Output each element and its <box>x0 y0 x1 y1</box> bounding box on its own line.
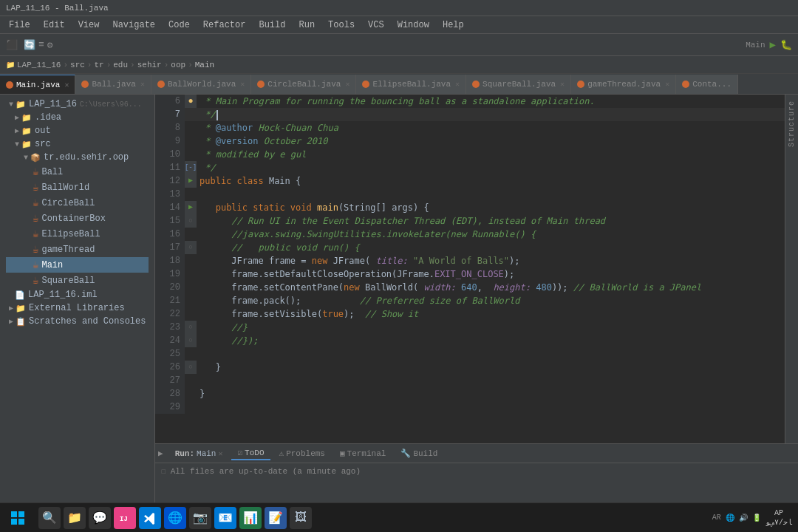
run-tab-close[interactable]: ✕ <box>218 449 222 458</box>
menu-navigate[interactable]: Navigate <box>106 18 161 32</box>
taskbar-word-icon[interactable]: 📝 <box>265 507 287 529</box>
menu-file[interactable]: File <box>3 18 36 32</box>
warn-icon-6: ● <box>188 95 193 108</box>
taskbar-chat-icon[interactable]: 💬 <box>89 507 111 529</box>
menu-run[interactable]: Run <box>293 18 321 32</box>
breakpoint-24[interactable]: ○ <box>188 334 192 347</box>
sidebar-item-squareball[interactable]: ☕ SquareBall <box>6 273 149 288</box>
sidebar-item-ballworld[interactable]: ☕ BallWorld <box>6 180 149 195</box>
taskbar-edge-icon[interactable]: 🌐 <box>164 507 186 529</box>
sidebar-item-circleball[interactable]: ☕ CircleBall <box>6 195 149 211</box>
breakpoint-17[interactable]: ○ <box>188 241 192 254</box>
line-num-19: 19 <box>155 267 185 281</box>
circleball-label: CircleBall <box>41 198 95 208</box>
breadcrumb-edu[interactable]: edu <box>113 61 128 69</box>
tab-gamethread-java[interactable]: gameThread.java ✕ <box>571 75 676 94</box>
tab-close-main[interactable]: ✕ <box>64 81 69 89</box>
menu-build[interactable]: Build <box>253 18 291 32</box>
table-row: 10 * modified by e gul <box>155 148 785 161</box>
tab-main-java[interactable]: Main.java ✕ <box>0 75 75 94</box>
breadcrumb-src[interactable]: src <box>70 61 85 69</box>
tab-close-squareball[interactable]: ✕ <box>560 80 565 89</box>
sidebar-item-main[interactable]: ☕ Main <box>6 257 149 273</box>
sidebar-item-containerbox[interactable]: ☕ ContainerBox <box>6 211 149 226</box>
tab-close-ball[interactable]: ✕ <box>140 80 145 89</box>
tab-problems[interactable]: ⚠ Problems <box>273 447 331 460</box>
table-row: 9 * @version October 2010 <box>155 134 785 148</box>
tab-close-ellipseball[interactable]: ✕ <box>455 80 460 89</box>
package-expand-icon: ▼ <box>24 154 28 162</box>
taskbar-excel-icon[interactable]: 📊 <box>239 507 262 529</box>
toolbar-list-icon[interactable]: ≡ <box>38 39 44 50</box>
taskbar-search-icon[interactable]: 🔍 <box>38 507 61 529</box>
toolbar-settings-icon[interactable]: ⚙ <box>47 39 53 51</box>
tab-conta-java[interactable]: Conta... <box>676 75 738 94</box>
sidebar-item-ball[interactable]: ☕ Ball <box>6 164 149 180</box>
breadcrumb-oop[interactable]: oop <box>171 61 185 69</box>
toolbar-project-icon[interactable]: ⬛ <box>6 39 18 51</box>
toolbar-debug-icon[interactable]: 🐛 <box>780 39 792 51</box>
tab-ellipseball-java[interactable]: EllipseBall.java ✕ <box>356 75 466 94</box>
tab-close-circleball[interactable]: ✕ <box>345 80 349 89</box>
tab-ballworld-java[interactable]: BallWorld.java ✕ <box>151 75 251 94</box>
gamethread-java-icon: ☕ <box>33 243 38 256</box>
menu-edit[interactable]: Edit <box>38 18 71 32</box>
tab-terminal[interactable]: ▣ Terminal <box>334 447 392 460</box>
windows-start-button[interactable] <box>6 506 30 530</box>
table-row: 12 ▶ public class Main { <box>155 174 785 188</box>
tab-circleball-java[interactable]: CircleBall.java ✕ <box>251 75 356 94</box>
run-icon-12[interactable]: ▶ <box>188 174 193 188</box>
ball-label: Ball <box>41 167 63 177</box>
sidebar-item-src[interactable]: ▼ 📁 src <box>6 137 149 151</box>
table-row: 8 * @author Hock-Chuan Chua <box>155 121 785 134</box>
sidebar-item-scratches[interactable]: ▶ 📋 Scratches and Consoles <box>6 315 149 328</box>
fold-icon-11[interactable]: [-] <box>185 161 197 174</box>
taskbar-mail-icon[interactable]: 📧 <box>214 507 236 529</box>
table-row: 13 <box>155 188 785 201</box>
breakpoint-15[interactable]: ○ <box>188 214 192 228</box>
taskbar-photos-icon[interactable]: 🖼 <box>290 507 312 529</box>
breadcrumb-project[interactable]: LAP_11_16 <box>17 61 61 69</box>
taskbar-explorer-icon[interactable]: 📁 <box>64 507 86 529</box>
tab-close-ballworld[interactable]: ✕ <box>240 80 245 89</box>
taskbar-vscode-icon[interactable] <box>139 507 161 529</box>
project-root[interactable]: ▼ 📁 LAP_11_16 C:\Users\96... <box>6 98 149 111</box>
menu-tools[interactable]: Tools <box>322 18 361 32</box>
tab-squareball-java[interactable]: SquareBall.java ✕ <box>466 75 571 94</box>
toolbar-sync-icon[interactable]: 🔄 <box>24 39 35 51</box>
line-num-10: 10 <box>155 148 185 161</box>
menu-refactor[interactable]: Refactor <box>197 18 252 32</box>
tab-close-gamethread[interactable]: ✕ <box>665 80 669 89</box>
menu-vcs[interactable]: VCS <box>362 18 390 32</box>
breadcrumb-tr[interactable]: tr <box>94 61 103 69</box>
sidebar-item-extlibs[interactable]: ▶ 📁 External Libraries <box>6 301 149 315</box>
menu-view[interactable]: View <box>72 18 106 32</box>
sidebar-item-gamethread[interactable]: ☕ gameThread <box>6 242 149 257</box>
tab-icon-conta <box>682 81 689 88</box>
run-icon-14[interactable]: ▶ <box>188 201 193 214</box>
sidebar-item-iml[interactable]: 📄 LAP_11_16.iml <box>6 288 149 301</box>
code-editor[interactable]: 6 ● * Main Program for running the bounc… <box>155 95 798 502</box>
tab-ball-java[interactable]: Ball.java ✕ <box>75 75 151 94</box>
breakpoint-23[interactable]: ○ <box>188 321 192 334</box>
sidebar-item-idea[interactable]: ▶ 📁 .idea <box>6 111 149 124</box>
breadcrumb-main[interactable]: Main <box>195 61 214 69</box>
tab-todo[interactable]: ☑ ToDO <box>231 446 270 460</box>
taskbar-camera-icon[interactable]: 📷 <box>189 507 211 529</box>
ball-java-icon: ☕ <box>33 166 38 178</box>
taskbar: 🔍 📁 💬 IJ 🌐 📷 📧 📊 📝 🖼 AR 🌐 🔊 🔋 AP ﺎﺣ/٧ﻲﻮ <box>0 502 798 532</box>
menu-help[interactable]: Help <box>437 18 470 32</box>
breakpoint-26[interactable]: ○ <box>188 361 192 374</box>
sidebar-item-ellipseball[interactable]: ☕ EllipseBall <box>6 226 149 242</box>
svg-rect-2 <box>11 519 17 525</box>
menu-window[interactable]: Window <box>392 18 435 32</box>
sidebar-item-package[interactable]: ▼ 📦 tr.edu.sehir.oop <box>6 151 149 164</box>
bottom-content: ☐ All files are up-to-date (a minute ago… <box>155 463 798 479</box>
taskbar-idea-icon[interactable]: IJ <box>114 507 136 529</box>
toolbar-run-icon[interactable]: ▶ <box>770 38 776 51</box>
breadcrumb-sehir[interactable]: sehir <box>137 61 162 69</box>
menu-code[interactable]: Code <box>163 18 196 32</box>
tab-build[interactable]: 🔧 Build <box>395 447 443 460</box>
sidebar-item-out[interactable]: ▶ 📁 out <box>6 124 149 137</box>
code-content[interactable]: 6 ● * Main Program for running the bounc… <box>155 95 798 443</box>
